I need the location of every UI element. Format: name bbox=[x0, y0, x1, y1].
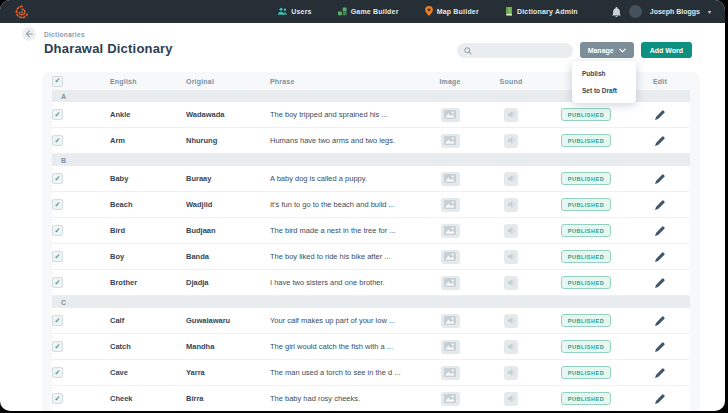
status-badge: PUBLISHED bbox=[561, 392, 611, 405]
image-icon[interactable] bbox=[441, 366, 460, 380]
edit-icon[interactable] bbox=[655, 136, 665, 146]
english-cell: Beach bbox=[110, 200, 186, 209]
section-header: C bbox=[52, 296, 690, 308]
english-cell: Baby bbox=[110, 174, 186, 183]
original-cell: Wadawada bbox=[186, 110, 270, 119]
row-checkbox[interactable]: ✓ bbox=[52, 199, 63, 210]
status-badge: PUBLISHED bbox=[561, 224, 611, 237]
manage-dropdown-menu: Publish Set to Draft bbox=[572, 61, 636, 103]
english-cell: Catch bbox=[110, 342, 186, 351]
image-icon[interactable] bbox=[441, 276, 460, 290]
row-checkbox[interactable]: ✓ bbox=[52, 109, 63, 120]
table-row: ✓ Arm Nhurung Humans have two arms and t… bbox=[52, 128, 690, 154]
status-badge: PUBLISHED bbox=[561, 172, 611, 185]
row-checkbox[interactable]: ✓ bbox=[52, 173, 63, 184]
english-cell: Bird bbox=[110, 226, 186, 235]
sound-icon[interactable] bbox=[504, 314, 518, 328]
menu-item-set-to-draft[interactable]: Set to Draft bbox=[582, 87, 626, 94]
image-icon[interactable] bbox=[441, 224, 460, 238]
sound-icon[interactable] bbox=[504, 172, 518, 186]
search-box[interactable] bbox=[457, 43, 573, 58]
sound-icon[interactable] bbox=[504, 134, 518, 148]
image-icon[interactable] bbox=[441, 172, 460, 186]
top-nav: Users Game Builder bbox=[0, 0, 725, 23]
back-button[interactable] bbox=[22, 27, 36, 41]
sound-icon[interactable] bbox=[504, 392, 518, 406]
row-checkbox[interactable]: ✓ bbox=[52, 225, 63, 236]
status-badge: PUBLISHED bbox=[561, 134, 611, 147]
nav-item-map-builder[interactable]: Map Builder bbox=[425, 6, 479, 17]
header-image: Image bbox=[420, 78, 480, 85]
image-icon[interactable] bbox=[441, 108, 460, 122]
edit-icon[interactable] bbox=[655, 226, 665, 236]
nav-item-dictionary-admin[interactable]: Dictionary Admin bbox=[505, 7, 578, 17]
sound-icon[interactable] bbox=[504, 224, 518, 238]
english-cell: Cheek bbox=[110, 394, 186, 403]
user-menu-caret-icon[interactable]: ▾ bbox=[708, 9, 711, 15]
header-sound: Sound bbox=[480, 78, 542, 85]
edit-icon[interactable] bbox=[655, 316, 665, 326]
row-checkbox[interactable]: ✓ bbox=[52, 135, 63, 146]
english-cell: Ankle bbox=[110, 110, 186, 119]
nav-user-area: Joseph Bloggs ▾ bbox=[612, 3, 711, 21]
sound-icon[interactable] bbox=[504, 340, 518, 354]
avatar[interactable] bbox=[629, 5, 642, 18]
breadcrumb-row: Dictionaries bbox=[22, 27, 85, 41]
sound-icon[interactable] bbox=[504, 198, 518, 212]
image-icon[interactable] bbox=[441, 198, 460, 212]
row-checkbox[interactable]: ✓ bbox=[52, 277, 63, 288]
edit-icon[interactable] bbox=[655, 342, 665, 352]
edit-icon[interactable] bbox=[655, 200, 665, 210]
breadcrumb[interactable]: Dictionaries bbox=[44, 31, 85, 38]
image-icon[interactable] bbox=[441, 314, 460, 328]
table-row: ✓ Catch Mandha The girl would catch the … bbox=[52, 334, 690, 360]
select-all-checkbox[interactable]: ✓ bbox=[52, 76, 63, 87]
table-row: ✓ Beach Wadjiid It's fun to go to the be… bbox=[52, 192, 690, 218]
nav-item-game-builder[interactable]: Game Builder bbox=[338, 7, 399, 17]
row-checkbox[interactable]: ✓ bbox=[52, 315, 63, 326]
edit-icon[interactable] bbox=[655, 368, 665, 378]
sound-icon[interactable] bbox=[504, 276, 518, 290]
phrase-cell: Your calf makes up part of your low ... bbox=[270, 316, 420, 325]
row-checkbox[interactable]: ✓ bbox=[52, 251, 63, 262]
edit-icon[interactable] bbox=[655, 278, 665, 288]
status-badge: PUBLISHED bbox=[561, 108, 611, 121]
sound-icon[interactable] bbox=[504, 250, 518, 264]
english-cell: Cave bbox=[110, 368, 186, 377]
header-original: Original bbox=[186, 78, 270, 85]
app-window: Users Game Builder bbox=[0, 0, 725, 411]
table-row: ✓ Ankle Wadawada The boy tripped and spr… bbox=[52, 102, 690, 128]
image-icon[interactable] bbox=[441, 392, 460, 406]
edit-icon[interactable] bbox=[655, 252, 665, 262]
image-icon[interactable] bbox=[441, 250, 460, 264]
nav-item-users[interactable]: Users bbox=[278, 7, 311, 16]
menu-item-publish[interactable]: Publish bbox=[582, 70, 626, 77]
english-cell: Arm bbox=[110, 136, 186, 145]
status-badge: PUBLISHED bbox=[561, 340, 611, 353]
status-badge: PUBLISHED bbox=[561, 366, 611, 379]
row-checkbox[interactable]: ✓ bbox=[52, 393, 63, 404]
header-phrase: Phrase bbox=[270, 78, 420, 85]
row-checkbox[interactable]: ✓ bbox=[52, 341, 63, 352]
edit-icon[interactable] bbox=[655, 110, 665, 120]
original-cell: Buraay bbox=[186, 174, 270, 183]
edit-icon[interactable] bbox=[655, 174, 665, 184]
add-word-button[interactable]: Add Word bbox=[641, 42, 692, 58]
page-title: Dharawal Dictionary bbox=[44, 41, 173, 56]
bell-icon[interactable] bbox=[612, 3, 621, 21]
app-logo-icon[interactable] bbox=[14, 4, 30, 20]
nav-item-label: Map Builder bbox=[437, 8, 479, 15]
sound-icon[interactable] bbox=[504, 366, 518, 380]
edit-icon[interactable] bbox=[655, 394, 665, 404]
user-name[interactable]: Joseph Bloggs bbox=[650, 8, 700, 15]
image-icon[interactable] bbox=[441, 134, 460, 148]
manage-button[interactable]: Manage bbox=[580, 42, 634, 58]
original-cell: Guwalawaru bbox=[186, 316, 270, 325]
toolbar: Manage Add Word bbox=[457, 42, 692, 58]
original-cell: Yarra bbox=[186, 368, 270, 377]
row-checkbox[interactable]: ✓ bbox=[52, 367, 63, 378]
phrase-cell: A baby dog is called a puppy. bbox=[270, 174, 420, 183]
image-icon[interactable] bbox=[441, 340, 460, 354]
sound-icon[interactable] bbox=[504, 108, 518, 122]
search-input[interactable] bbox=[476, 47, 566, 54]
